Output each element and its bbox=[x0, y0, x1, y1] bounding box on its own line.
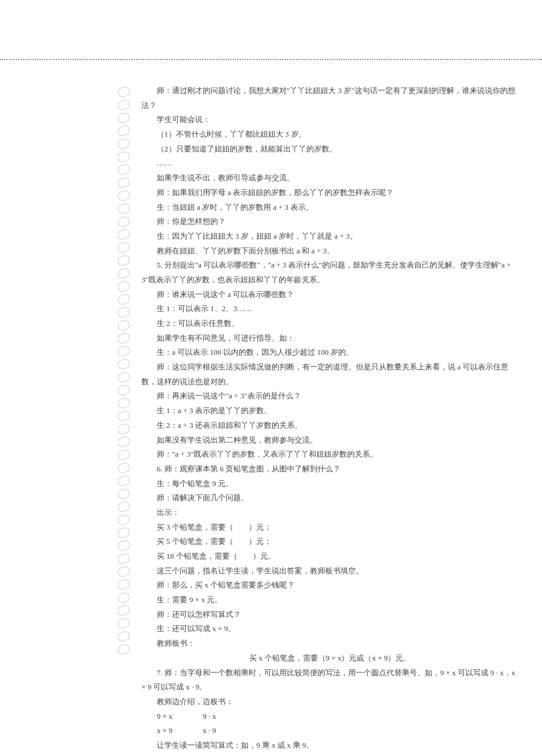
body-text: 生：还可以写成 x × 9。 bbox=[141, 622, 518, 636]
spiral-binding bbox=[115, 84, 131, 756]
body-text: 生 2：a + 3 还表示妞妞和丫丫岁数的关系。 bbox=[141, 418, 518, 433]
body-text: 生：当妞妞 a 岁时，丫丫的岁数用 a + 3 表示。 bbox=[141, 200, 518, 215]
dotted-divider bbox=[0, 59, 542, 60]
body-text: 师："a + 3"既表示丫丫的岁数，又表示了丫丫和妞妞岁数的关系。 bbox=[141, 447, 518, 462]
body-text: …… bbox=[141, 156, 518, 171]
body-text: 师：那么，买 x 个铅笔盒需要多少钱呢？ bbox=[141, 578, 518, 593]
body-text: 如果学生说不出，教师引导或参与交流。 bbox=[141, 171, 518, 186]
body-text: 生：每个铅笔盒 9 元。 bbox=[141, 477, 518, 491]
body-text-centered: 买 x 个铅笔盒，需要（9 × x）元或（x × 9）元。 bbox=[141, 651, 518, 666]
body-text: 师：谁来说一说这个 a 可以表示哪些数？ bbox=[141, 288, 518, 302]
body-text: 7. 师：当字母和一个数相乘时，可以用比较简便的写法，用一个圆点代替乘号。如，9… bbox=[141, 666, 518, 695]
body-text: 让学生读一读简写算式：如，9 乘 x 或 x 乘 9。 bbox=[141, 738, 518, 753]
body-text: 师：还可以怎样写算式？ bbox=[141, 608, 518, 622]
body-text: 师：再来说一说这个"a + 3"表示的是什么？ bbox=[141, 389, 518, 404]
body-text: 师：请解决下面几个问题。 bbox=[141, 491, 518, 506]
body-text: 生 1：a + 3 表示的是丫丫的岁数。 bbox=[141, 404, 518, 418]
body-text: 如果没有学生说出第二种意见，教师参与交流。 bbox=[141, 433, 518, 448]
body-text: 师：通过刚才的问题讨论，我想大家对"丫丫比妞妞大 3 岁"这句话一定有了更深刻的… bbox=[141, 84, 518, 113]
body-text: 5. 分别提出"a 可以表示哪些数"，"a + 3 表示什么"的问题，鼓励学生充… bbox=[141, 258, 518, 287]
cell: x × 9 bbox=[157, 724, 203, 738]
body-text: 学生可能会说： bbox=[141, 113, 518, 127]
body-text: 生 1：可以表示 1、2、3…… bbox=[141, 302, 518, 316]
body-text: （2）只要知道了妞妞的岁数，就能算出丫丫的岁数。 bbox=[141, 142, 518, 157]
cell: x · 9 bbox=[203, 724, 249, 738]
body-text: 师：如果我们用字母 a 表示妞妞的岁数，那么丫丫的岁数怎样表示呢？ bbox=[141, 186, 518, 200]
body-text: 这三个问题，指名让学生读，学生说出答案，教师板书填空。 bbox=[141, 564, 518, 579]
body-text: 师：这位同学根据生活实际情况做的判断，有一定的道理。但是只从数量关系上来看，说 … bbox=[141, 360, 518, 389]
body-text: 买 3 个铅笔盒，需要（ ）元； bbox=[141, 520, 518, 535]
page-body: 师：通过刚才的问题讨论，我想大家对"丫丫比妞妞大 3 岁"这句话一定有了更深刻的… bbox=[0, 84, 542, 756]
body-text: 生 2：可以表示任意数。 bbox=[141, 316, 518, 331]
board-table: 9 × x9 · x x × 9x · 9 bbox=[157, 709, 518, 738]
body-text: 教师在妞妞、丫丫的岁数下面分别板书出 a 和 a + 3。 bbox=[141, 244, 518, 259]
body-text: 教师边介绍，边板书： bbox=[141, 695, 518, 709]
body-text: 6. 师：观察课本第 6 页铅笔盒图，从图中了解到什么？ bbox=[141, 462, 518, 477]
body-text: 买 18 个铅笔盒，需要（ ）元。 bbox=[141, 549, 518, 564]
body-text: 师：你是怎样想的？ bbox=[141, 214, 518, 229]
body-text: 师：当字母和一个数相乘时，还有一个更简便的写法。直接去掉乘号。但是，数字必须写在… bbox=[141, 753, 518, 756]
body-text: 如果学生有不同意见，可进行指导。如： bbox=[141, 331, 518, 346]
cell: 9 × x bbox=[157, 709, 203, 724]
body-text: 出示： bbox=[141, 506, 518, 520]
cell: 9 · x bbox=[203, 709, 249, 724]
body-text: 生：a 可以表示 100 以内的数，因为人很少超过 100 岁的。 bbox=[141, 345, 518, 360]
body-text: 买 5 个铅笔盒，需要（ ）元； bbox=[141, 534, 518, 549]
body-text: （1）不管什么时候，丫丫都比妞妞大 3 岁。 bbox=[141, 127, 518, 142]
page-content: 师：通过刚才的问题讨论，我想大家对"丫丫比妞妞大 3 岁"这句话一定有了更深刻的… bbox=[141, 84, 518, 756]
body-text: 生：需要 9 × x 元。 bbox=[141, 593, 518, 608]
body-text: 生：因为丫丫比妞妞大 3 岁，妞妞 a 岁时，丫丫就是 a + 3。 bbox=[141, 229, 518, 244]
body-text: 教师板书： bbox=[141, 636, 518, 651]
